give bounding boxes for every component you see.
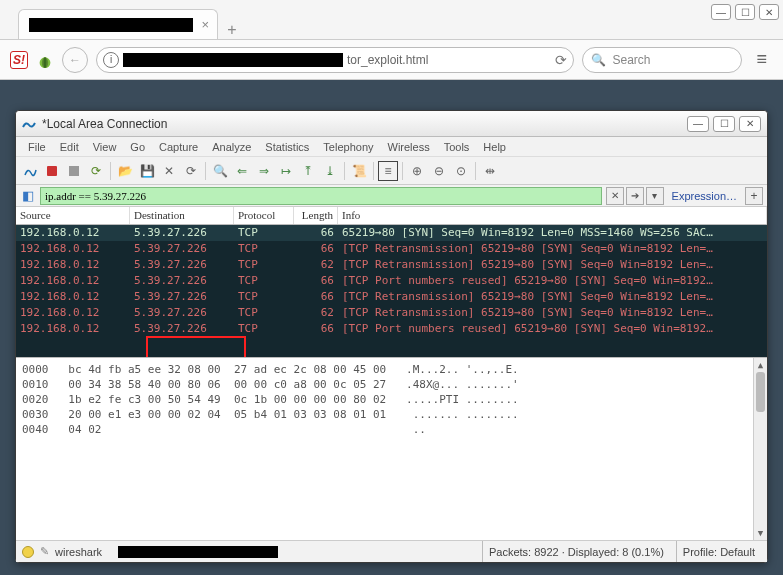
packet-row[interactable]: 192.168.0.125.39.27.226TCP66[TCP Port nu… bbox=[16, 321, 767, 337]
svg-rect-4 bbox=[69, 166, 79, 176]
inner-maximize-button[interactable]: ☐ bbox=[713, 116, 735, 132]
window-close-button[interactable]: ✕ bbox=[759, 4, 779, 20]
wireshark-app-icon bbox=[22, 117, 36, 131]
interfaces-icon[interactable] bbox=[20, 161, 40, 181]
browser-toolbar: S! ← i tor_exploit.html ⟳ 🔍 Search ≡ bbox=[0, 40, 783, 80]
svg-point-2 bbox=[44, 57, 47, 68]
zoom-in-icon[interactable]: ⊕ bbox=[407, 161, 427, 181]
zoom-reset-icon[interactable]: ⊙ bbox=[451, 161, 471, 181]
reload-icon[interactable]: ⟳ bbox=[555, 52, 567, 68]
expression-button[interactable]: Expression… bbox=[668, 190, 741, 202]
colorize-icon[interactable]: ≡ bbox=[378, 161, 398, 181]
url-suffix: tor_exploit.html bbox=[347, 53, 428, 67]
packet-row[interactable]: 192.168.0.125.39.27.226TCP66[TCP Port nu… bbox=[16, 273, 767, 289]
search-icon: 🔍 bbox=[591, 53, 606, 67]
browser-tab[interactable]: × bbox=[18, 9, 218, 39]
url-bar[interactable]: i tor_exploit.html ⟳ bbox=[96, 47, 574, 73]
search-box[interactable]: 🔍 Search bbox=[582, 47, 742, 73]
filter-add-button[interactable]: + bbox=[745, 187, 763, 205]
restart-capture-icon[interactable]: ⟳ bbox=[86, 161, 106, 181]
filter-recent-icon[interactable]: ▾ bbox=[646, 187, 664, 205]
filter-apply-icon[interactable]: ➔ bbox=[626, 187, 644, 205]
next-packet-icon[interactable]: ⇒ bbox=[254, 161, 274, 181]
zoom-out-icon[interactable]: ⊖ bbox=[429, 161, 449, 181]
scroll-thumb[interactable] bbox=[756, 372, 765, 412]
display-filter-input[interactable] bbox=[40, 187, 602, 205]
stop-capture-icon[interactable] bbox=[64, 161, 84, 181]
titlebar: *Local Area Connection — ☐ ✕ bbox=[16, 111, 767, 137]
col-destination[interactable]: Destination bbox=[130, 207, 234, 224]
col-length[interactable]: Length bbox=[294, 207, 338, 224]
col-protocol[interactable]: Protocol bbox=[234, 207, 294, 224]
menu-telephony[interactable]: Telephony bbox=[317, 139, 379, 155]
resize-columns-icon[interactable]: ⇹ bbox=[480, 161, 500, 181]
last-packet-icon[interactable]: ⤓ bbox=[320, 161, 340, 181]
prev-packet-icon[interactable]: ⇐ bbox=[232, 161, 252, 181]
capture-file-label: wireshark bbox=[55, 546, 112, 558]
autoscroll-icon[interactable]: 📜 bbox=[349, 161, 369, 181]
scroll-up-icon[interactable]: ▲ bbox=[754, 358, 767, 372]
url-redacted bbox=[123, 53, 343, 67]
tab-close-icon[interactable]: × bbox=[201, 17, 209, 32]
menu-help[interactable]: Help bbox=[477, 139, 512, 155]
menu-edit[interactable]: Edit bbox=[54, 139, 85, 155]
main-toolbar: ⟳ 📂 💾 ✕ ⟳ 🔍 ⇐ ⇒ ↦ ⤒ ⤓ 📜 ≡ ⊕ ⊖ ⊙ ⇹ bbox=[16, 157, 767, 185]
jump-packet-icon[interactable]: ↦ bbox=[276, 161, 296, 181]
hamburger-menu-icon[interactable]: ≡ bbox=[750, 49, 773, 70]
wireshark-window: *Local Area Connection — ☐ ✕ FileEditVie… bbox=[15, 110, 768, 563]
menu-statistics[interactable]: Statistics bbox=[259, 139, 315, 155]
packet-list-header[interactable]: Source Destination Protocol Length Info bbox=[16, 207, 767, 225]
first-packet-icon[interactable]: ⤒ bbox=[298, 161, 318, 181]
packet-list-pane[interactable]: Source Destination Protocol Length Info … bbox=[16, 207, 767, 357]
search-placeholder: Search bbox=[612, 53, 650, 67]
hex-lines: 0000 bc 4d fb a5 ee 32 08 00 27 ad ec 2c… bbox=[22, 362, 761, 437]
menu-capture[interactable]: Capture bbox=[153, 139, 204, 155]
expert-info-icon[interactable] bbox=[22, 546, 34, 558]
statusbar: ✎ wireshark Packets: 8922 · Displayed: 8… bbox=[16, 540, 767, 562]
status-packets: Packets: 8922 · Displayed: 8 (0.1%) bbox=[482, 541, 670, 562]
window-title: *Local Area Connection bbox=[42, 117, 687, 131]
packet-row[interactable]: 192.168.0.125.39.27.226TCP62[TCP Retrans… bbox=[16, 257, 767, 273]
inner-minimize-button[interactable]: — bbox=[687, 116, 709, 132]
edit-capture-comment-icon[interactable]: ✎ bbox=[40, 545, 49, 558]
filter-clear-icon[interactable]: ✕ bbox=[606, 187, 624, 205]
newtab-button[interactable]: + bbox=[218, 21, 246, 39]
menubar: FileEditViewGoCaptureAnalyzeStatisticsTe… bbox=[16, 137, 767, 157]
browser-tabstrip: × + — ☐ ✕ bbox=[0, 0, 783, 40]
window-minimize-button[interactable]: — bbox=[711, 4, 731, 20]
os-window-controls: — ☐ ✕ bbox=[711, 4, 779, 20]
col-source[interactable]: Source bbox=[16, 207, 130, 224]
col-info[interactable]: Info bbox=[338, 207, 767, 224]
hex-scrollbar[interactable]: ▲ ▼ bbox=[753, 358, 767, 540]
back-button[interactable]: ← bbox=[62, 47, 88, 73]
packet-row[interactable]: 192.168.0.125.39.27.226TCP6665219→80 [SY… bbox=[16, 225, 767, 241]
reload-file-icon[interactable]: ⟳ bbox=[181, 161, 201, 181]
site-identity-icon[interactable]: i bbox=[103, 52, 119, 68]
scroll-down-icon[interactable]: ▼ bbox=[754, 526, 767, 540]
torbutton-icon[interactable] bbox=[36, 51, 54, 69]
filter-bar: ◧ ✕ ➔ ▾ Expression… + bbox=[16, 185, 767, 207]
svg-rect-3 bbox=[47, 166, 57, 176]
packet-row[interactable]: 192.168.0.125.39.27.226TCP62[TCP Retrans… bbox=[16, 305, 767, 321]
menu-analyze[interactable]: Analyze bbox=[206, 139, 257, 155]
menu-view[interactable]: View bbox=[87, 139, 123, 155]
packet-row[interactable]: 192.168.0.125.39.27.226TCP66[TCP Retrans… bbox=[16, 289, 767, 305]
start-capture-icon[interactable] bbox=[42, 161, 62, 181]
open-file-icon[interactable]: 📂 bbox=[115, 161, 135, 181]
status-profile[interactable]: Profile: Default bbox=[676, 541, 761, 562]
close-file-icon[interactable]: ✕ bbox=[159, 161, 179, 181]
menu-wireless[interactable]: Wireless bbox=[382, 139, 436, 155]
filter-bookmark-icon[interactable]: ◧ bbox=[20, 188, 36, 204]
save-file-icon[interactable]: 💾 bbox=[137, 161, 157, 181]
noscript-icon[interactable]: S! bbox=[10, 51, 28, 69]
menu-file[interactable]: File bbox=[22, 139, 52, 155]
capture-file-redacted bbox=[118, 546, 278, 558]
menu-tools[interactable]: Tools bbox=[438, 139, 476, 155]
window-maximize-button[interactable]: ☐ bbox=[735, 4, 755, 20]
menu-go[interactable]: Go bbox=[124, 139, 151, 155]
packet-row[interactable]: 192.168.0.125.39.27.226TCP66[TCP Retrans… bbox=[16, 241, 767, 257]
inner-close-button[interactable]: ✕ bbox=[739, 116, 761, 132]
hex-bytes-pane[interactable]: 0000 bc 4d fb a5 ee 32 08 00 27 ad ec 2c… bbox=[16, 357, 767, 540]
tab-title-redacted bbox=[29, 18, 193, 32]
find-icon[interactable]: 🔍 bbox=[210, 161, 230, 181]
